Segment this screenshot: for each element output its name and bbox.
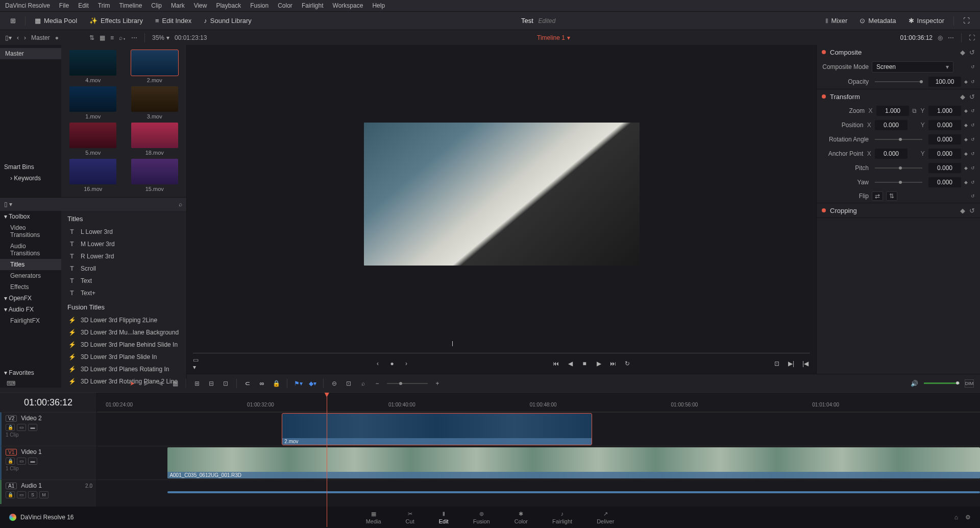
fx-tree-generators[interactable]: Generators	[0, 270, 61, 281]
opacity-field[interactable]	[928, 77, 961, 87]
clip-thumbnail[interactable]: 5.mov	[64, 123, 122, 156]
media-pool-toggle[interactable]: ▦Media Pool	[30, 15, 82, 27]
page-edit[interactable]: ⫴Edit	[439, 510, 449, 524]
match-frame-button[interactable]: ⊡	[772, 359, 781, 368]
page-deliver[interactable]: ↗Deliver	[597, 510, 614, 524]
fx-item[interactable]: ⚡3D Lower 3rd Plane Slide In	[61, 351, 186, 363]
timecode-display[interactable]: 01:00:36:12	[900, 34, 933, 41]
search-button[interactable]: ⌕▾	[119, 34, 126, 41]
zoom-out-tl[interactable]: ⊖	[330, 379, 339, 388]
ui-layout-button[interactable]: ⊞	[5, 15, 21, 27]
track-header-a1[interactable]: A1Audio 12.0 🔒▭SM	[0, 479, 96, 504]
opacity-kf[interactable]: ◆	[964, 79, 968, 84]
flip-reset[interactable]: ↺	[971, 194, 975, 199]
blade-tool[interactable]: ▦	[170, 379, 180, 388]
clip-thumbnail[interactable]: 15.mov	[126, 159, 184, 192]
pos-kf[interactable]: ◆	[964, 123, 968, 128]
composite-header[interactable]: Composite ◆↺	[817, 45, 980, 59]
menu-playback[interactable]: Playback	[216, 2, 241, 9]
fx-item[interactable]: TL Lower 3rd	[61, 226, 186, 238]
effects-library-toggle[interactable]: ✨Effects Library	[84, 15, 148, 27]
snap-tool[interactable]: ⊂	[243, 379, 252, 388]
fx-tree-effects[interactable]: Effects	[0, 281, 61, 293]
play-reverse-button[interactable]: ◀	[566, 359, 575, 368]
fx-tree-openfx[interactable]: ▾ OpenFX	[0, 293, 61, 304]
menu-file[interactable]: File	[59, 2, 69, 9]
transform-kf-icon[interactable]: ◆	[960, 93, 965, 101]
fx-tree-fairlightfx[interactable]: FairlightFX	[0, 315, 61, 326]
out-point-button[interactable]: |◀	[801, 359, 810, 368]
next-clip[interactable]: ›	[402, 359, 411, 368]
zoom-y-field[interactable]	[928, 106, 961, 116]
rotation-slider[interactable]	[875, 139, 922, 140]
fx-item[interactable]: TR Lower 3rd	[61, 250, 186, 262]
track-header-v2[interactable]: V2Video 2 🔒▭▬ 1 Clip	[0, 412, 96, 446]
timeline-name[interactable]: Timeline 1 ▾	[537, 34, 570, 41]
loop-button[interactable]: ↻	[623, 359, 632, 368]
rotation-kf[interactable]: ◆	[964, 137, 968, 142]
thumbnail-view[interactable]: ▦	[100, 34, 105, 41]
zoom-reset[interactable]: ↺	[971, 108, 975, 113]
nav-fwd[interactable]: ›	[24, 34, 26, 41]
fx-search-icon[interactable]: ⌕	[179, 201, 182, 208]
bypass-button[interactable]: ◎	[938, 34, 943, 41]
fx-item[interactable]: ⚡3D Lower 3rd Plane Behind Slide In	[61, 339, 186, 351]
clip-v2[interactable]: 2.mov	[282, 414, 592, 445]
menu-help[interactable]: Help	[372, 2, 385, 9]
fullscreen-button[interactable]: ⛶	[958, 15, 975, 27]
clip-thumbnail[interactable]: 18.mov	[126, 123, 184, 156]
more-button[interactable]: ⋯	[131, 34, 137, 41]
fx-tree-video-transitions[interactable]: Video Transitions	[0, 222, 61, 241]
menu-fusion[interactable]: Fusion	[250, 2, 268, 9]
yaw-kf[interactable]: ◆	[964, 180, 968, 185]
page-fusion[interactable]: ⊚Fusion	[473, 510, 490, 524]
dim-button[interactable]: DIM	[965, 379, 974, 388]
rotation-reset[interactable]: ↺	[971, 137, 975, 142]
project-settings-button[interactable]: ⚙	[965, 514, 971, 521]
clip-a1[interactable]	[167, 491, 980, 493]
anchor-reset[interactable]: ↺	[971, 151, 975, 156]
pitch-slider[interactable]	[875, 167, 922, 169]
pitch-reset[interactable]: ↺	[971, 165, 975, 171]
yaw-field[interactable]	[928, 177, 961, 187]
viewer-options[interactable]: ⋯	[948, 34, 954, 41]
fx-item[interactable]: ⚡3D Lower 3rd Flipping 2Line	[61, 314, 186, 326]
v1-lock[interactable]: 🔒	[6, 458, 15, 465]
clip-thumbnail[interactable]: 2.mov	[126, 50, 184, 83]
menu-edit[interactable]: Edit	[78, 2, 89, 9]
mute-button[interactable]: 🔊	[910, 379, 919, 388]
v1-auto[interactable]: ▭	[17, 458, 26, 465]
a1-lock[interactable]: 🔒	[6, 491, 15, 498]
dynamic-trim-tool[interactable]: ⫷	[156, 379, 165, 388]
keyframe-icon[interactable]: ◆	[960, 49, 965, 56]
transform-header[interactable]: Transform ◆↺	[817, 89, 980, 104]
prev-clip[interactable]: ‹	[373, 359, 382, 368]
viewer-zoom[interactable]: 35% ▾	[152, 34, 169, 41]
viewer-scrubber[interactable]	[193, 343, 810, 353]
zoom-plus[interactable]: +	[433, 379, 442, 388]
composite-mode-select[interactable]: Screen ▾	[872, 61, 953, 73]
clip-thumbnail[interactable]: 3.mov	[126, 86, 184, 119]
v2-auto[interactable]: ▭	[17, 424, 26, 431]
playhead[interactable]	[327, 393, 327, 527]
stop-button[interactable]: ■	[580, 359, 589, 368]
marker-tool[interactable]: ◆▾	[308, 379, 317, 388]
pos-x-field[interactable]	[875, 120, 908, 130]
edit-index-toggle[interactable]: ≡Edit Index	[150, 15, 197, 27]
link-tool[interactable]: ∞	[257, 379, 266, 388]
list-view[interactable]: ≡	[110, 34, 114, 41]
smartbin-keywords[interactable]: › Keywords	[0, 173, 61, 184]
v1-disable[interactable]: ▬	[28, 458, 37, 465]
fx-item[interactable]: ⚡3D Lower 3rd Mu...lane Background	[61, 326, 186, 339]
fx-item[interactable]: TScroll	[61, 262, 186, 275]
insert-tool[interactable]: ⊞	[192, 379, 202, 388]
menu-davinci[interactable]: DaVinci Resolve	[5, 2, 50, 9]
selection-tool[interactable]: ➤	[128, 379, 137, 388]
flip-v-button[interactable]: ⇅	[886, 191, 897, 201]
cropping-reset-icon[interactable]: ↺	[969, 207, 975, 214]
anchor-y-field[interactable]	[928, 149, 961, 159]
fx-item[interactable]: TM Lower 3rd	[61, 238, 186, 250]
replace-tool[interactable]: ⊡	[221, 379, 230, 388]
zoom-x-field[interactable]	[876, 106, 909, 116]
clip-thumbnail[interactable]: 1.mov	[64, 86, 122, 119]
